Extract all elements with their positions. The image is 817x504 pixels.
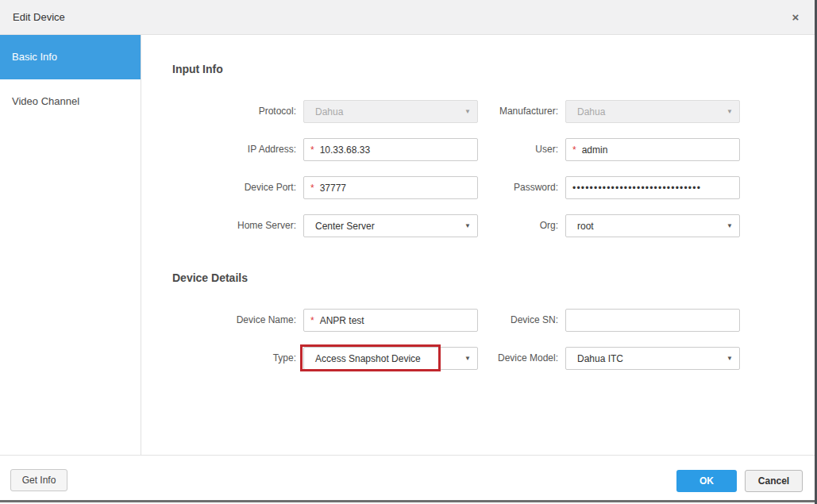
sidebar: Basic Info Video Channel — [0, 35, 141, 455]
sidebar-item-basic-info[interactable]: Basic Info — [0, 35, 141, 79]
ip-address-label: IP Address: — [159, 138, 296, 161]
home-server-select[interactable]: Center Server ▼ — [303, 214, 478, 237]
section-heading-input-info: Input Info — [172, 63, 223, 75]
edit-device-dialog: Edit Device × Basic Info Video Channel I… — [0, 0, 817, 504]
section-heading-device-details: Device Details — [172, 271, 248, 284]
sidebar-item-label: Video Channel — [12, 95, 79, 107]
password-label: Password: — [468, 176, 558, 199]
window-edge-bottom — [0, 500, 815, 502]
org-select[interactable]: root ▼ — [565, 214, 740, 237]
ip-address-value: 10.33.68.33 — [320, 144, 370, 156]
required-asterisk: * — [572, 144, 576, 156]
sidebar-item-label: Basic Info — [12, 51, 57, 63]
required-asterisk: * — [310, 183, 314, 194]
device-name-value: ANPR test — [320, 315, 364, 326]
ok-button[interactable]: OK — [676, 470, 737, 492]
sidebar-item-video-channel[interactable]: Video Channel — [0, 79, 141, 124]
password-field[interactable]: •••••••••••••••••••••••••••••• — [565, 176, 740, 199]
user-label: User: — [468, 138, 558, 161]
device-name-label: Device Name: — [159, 309, 296, 332]
home-server-value: Center Server — [315, 221, 375, 232]
manufacturer-label: Manufacturer: — [468, 100, 558, 123]
close-icon[interactable]: × — [788, 10, 804, 25]
device-model-value: Dahua ITC — [577, 353, 623, 364]
required-asterisk: * — [310, 144, 314, 156]
device-port-value: 37777 — [320, 183, 346, 194]
user-field[interactable]: * admin — [565, 138, 740, 161]
get-info-button[interactable]: Get Info — [10, 469, 67, 491]
cancel-button[interactable]: Cancel — [745, 470, 803, 492]
device-model-select[interactable]: Dahua ITC ▼ — [565, 347, 740, 370]
chevron-down-icon: ▼ — [726, 108, 733, 115]
ip-address-field[interactable]: * 10.33.68.33 — [303, 138, 478, 161]
protocol-label: Protocol: — [159, 100, 296, 123]
manufacturer-value: Dahua — [577, 106, 605, 117]
home-server-label: Home Server: — [159, 214, 296, 237]
user-value: admin — [582, 144, 608, 156]
org-value: root — [577, 221, 594, 232]
required-asterisk: * — [310, 315, 314, 326]
chevron-down-icon: ▼ — [726, 355, 733, 362]
type-label: Type: — [159, 347, 296, 370]
device-port-field[interactable]: * 37777 — [303, 176, 478, 199]
device-port-label: Device Port: — [159, 176, 296, 199]
device-sn-field[interactable] — [565, 309, 740, 332]
device-model-label: Device Model: — [468, 347, 558, 370]
manufacturer-select: Dahua ▼ — [565, 100, 740, 123]
protocol-value: Dahua — [315, 106, 343, 117]
dialog-titlebar: Edit Device × — [0, 0, 815, 35]
type-value: Access Snapshot Device — [315, 353, 421, 364]
type-select[interactable]: Access Snapshot Device ▼ — [303, 347, 478, 370]
dialog-title: Edit Device — [13, 0, 65, 35]
org-label: Org: — [468, 214, 558, 237]
device-name-field[interactable]: * ANPR test — [303, 309, 478, 332]
password-masked-value: •••••••••••••••••••••••••••••• — [572, 183, 701, 194]
protocol-select: Dahua ▼ — [303, 100, 478, 123]
chevron-down-icon: ▼ — [726, 222, 733, 229]
device-sn-label: Device SN: — [468, 309, 558, 332]
dialog-footer: Get Info OK Cancel — [0, 455, 815, 500]
